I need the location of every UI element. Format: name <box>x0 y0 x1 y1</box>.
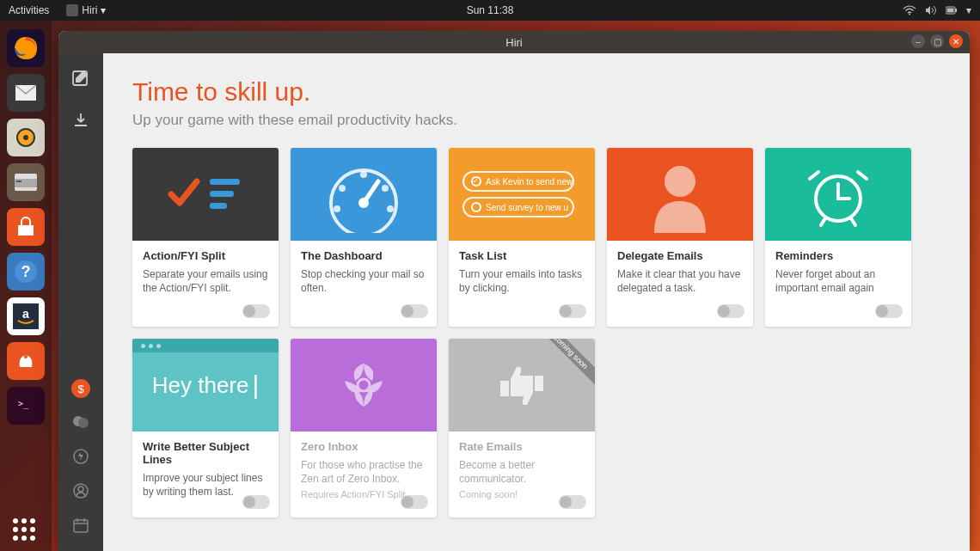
svg-rect-3 <box>955 9 957 12</box>
svg-point-29 <box>360 171 367 178</box>
system-menu-chevron-icon[interactable]: ▾ <box>966 4 971 16</box>
card-desc: Turn your emails into tasks by clicking. <box>459 267 585 295</box>
card-art <box>291 148 437 241</box>
svg-point-23 <box>78 487 83 492</box>
launcher-files[interactable] <box>7 163 45 201</box>
launcher-software[interactable] <box>7 208 45 246</box>
gnome-topbar: Activities Hiri ▾ Sun 11:38 ▾ <box>0 0 980 21</box>
power-icon[interactable] <box>70 446 91 467</box>
card-desc: Make it clear that you have delegated a … <box>617 267 743 295</box>
svg-point-33 <box>387 205 394 212</box>
card-action-fyi[interactable]: Action/FYI Split Separate your emails us… <box>132 148 279 327</box>
card-title: Zero Inbox <box>301 440 426 453</box>
window-title: Hiri <box>505 36 523 49</box>
card-toggle[interactable] <box>717 304 744 318</box>
card-toggle[interactable] <box>242 304 270 318</box>
battery-icon[interactable] <box>946 6 958 15</box>
launcher-terminal[interactable]: >_ <box>7 387 45 425</box>
skills-content: Time to skill up. Up your game with thes… <box>103 53 970 551</box>
card-desc: For those who practise the Zen art of Ze… <box>301 458 426 486</box>
card-desc: Stop checking your mail so often. <box>301 267 426 295</box>
card-toggle[interactable] <box>559 304 586 318</box>
volume-icon[interactable] <box>925 5 937 15</box>
compose-icon[interactable] <box>70 69 91 89</box>
svg-rect-24 <box>74 520 88 532</box>
svg-text:>_: >_ <box>18 399 29 409</box>
svg-point-37 <box>358 379 370 391</box>
svg-point-7 <box>23 135 28 140</box>
card-art <box>291 339 437 432</box>
svg-point-31 <box>382 185 389 192</box>
card-toggle[interactable] <box>401 304 428 318</box>
card-art: Ask Kevin to send new Send survey to new… <box>449 148 595 241</box>
svg-point-1 <box>909 14 910 15</box>
launcher-firefox[interactable] <box>7 29 45 67</box>
card-title: Delegate Emails <box>617 249 743 262</box>
svg-point-35 <box>665 166 695 197</box>
card-reminders[interactable]: Reminders Never forget about an importan… <box>765 148 911 327</box>
task-pill: Send survey to new u <box>462 197 574 217</box>
launcher-amazon[interactable]: a <box>7 297 45 335</box>
chat-icon[interactable] <box>70 412 91 432</box>
card-title: Action/FYI Split <box>143 249 268 262</box>
card-title: Task List <box>459 249 585 262</box>
card-art <box>765 148 911 241</box>
window-minimize[interactable]: – <box>911 34 925 48</box>
card-toggle[interactable] <box>242 495 270 509</box>
task-pill: Ask Kevin to send new <box>462 171 574 192</box>
card-subject-lines[interactable]: Hey there| Write Better Subject Lines Im… <box>132 339 279 517</box>
calendar-icon[interactable] <box>70 515 91 536</box>
card-toggle[interactable] <box>559 495 586 509</box>
svg-rect-4 <box>947 9 954 13</box>
card-rate-emails[interactable]: Coming soon Rate Emails Become a better … <box>449 339 595 517</box>
card-task-list[interactable]: Ask Kevin to send new Send survey to new… <box>449 148 595 327</box>
ubuntu-launcher: ? a >_ <box>0 21 52 551</box>
svg-rect-9 <box>15 179 37 187</box>
svg-rect-27 <box>210 203 227 209</box>
card-toggle[interactable] <box>875 304 903 318</box>
download-icon[interactable] <box>70 110 91 131</box>
card-desc: Separate your emails using the Action/FY… <box>143 267 268 295</box>
launcher-help[interactable]: ? <box>7 253 45 291</box>
skills-badge-icon[interactable]: $ <box>71 379 90 398</box>
card-desc: Never forget about an important email ag… <box>775 267 901 295</box>
svg-point-20 <box>78 418 89 428</box>
card-zero-inbox[interactable]: Zero Inbox For those who practise the Ze… <box>291 339 437 517</box>
activities-button[interactable]: Activities <box>9 4 49 16</box>
card-delegate[interactable]: Delegate Emails Make it clear that you h… <box>607 148 753 327</box>
card-title: The Dashboard <box>301 249 426 262</box>
card-title: Write Better Subject Lines <box>143 440 268 466</box>
card-dashboard[interactable]: The Dashboard Stop checking your mail so… <box>291 148 437 327</box>
card-art: Hey there| <box>132 339 279 432</box>
launcher-mail[interactable] <box>7 74 45 112</box>
card-art: Coming soon <box>449 339 595 432</box>
svg-point-30 <box>339 185 346 192</box>
app-menu[interactable]: Hiri ▾ <box>66 4 106 16</box>
show-applications[interactable] <box>0 518 52 544</box>
wifi-icon[interactable] <box>903 5 916 15</box>
card-toggle[interactable] <box>401 495 428 509</box>
svg-rect-26 <box>210 191 234 197</box>
svg-point-15 <box>24 355 28 358</box>
window-titlebar[interactable]: Hiri – ▢ ✕ <box>58 31 970 53</box>
window-maximize[interactable]: ▢ <box>930 34 944 48</box>
account-icon[interactable] <box>70 481 91 501</box>
clock[interactable]: Sun 11:38 <box>467 4 514 16</box>
launcher-hiri[interactable] <box>7 342 45 380</box>
hiri-window: Hiri – ▢ ✕ $ <box>58 31 970 551</box>
page-subtitle: Up your game with these email productivi… <box>132 112 940 129</box>
hiri-icon <box>66 4 78 16</box>
hiri-sidebar: $ <box>58 53 103 551</box>
svg-point-32 <box>334 205 340 212</box>
svg-rect-25 <box>210 179 240 185</box>
card-title: Reminders <box>775 249 901 262</box>
card-art <box>607 148 753 241</box>
svg-rect-10 <box>16 181 21 182</box>
svg-text:?: ? <box>21 263 31 280</box>
page-title: Time to skill up. <box>132 77 940 107</box>
card-title: Rate Emails <box>459 440 585 453</box>
window-close[interactable]: ✕ <box>949 34 963 48</box>
svg-point-34 <box>358 198 369 208</box>
launcher-app-3[interactable] <box>7 119 45 156</box>
card-art <box>132 148 279 241</box>
